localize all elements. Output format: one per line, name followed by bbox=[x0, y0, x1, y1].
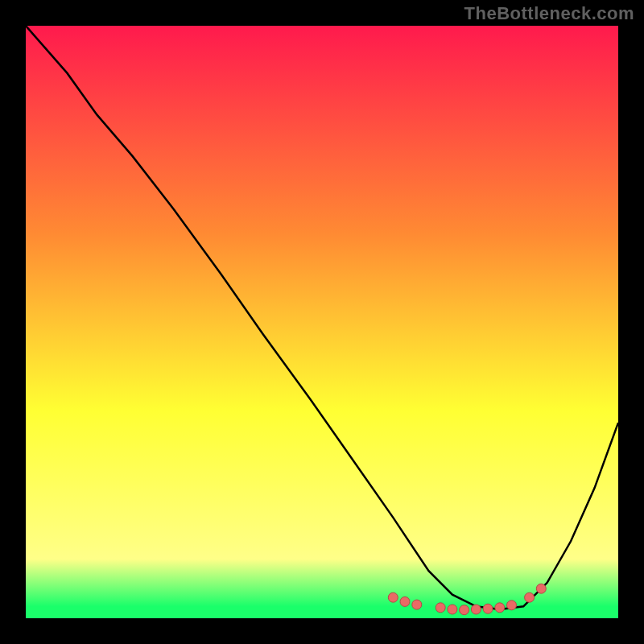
optimal-marker bbox=[448, 605, 457, 614]
optimal-marker bbox=[436, 603, 445, 613]
chart-svg bbox=[26, 26, 618, 618]
optimal-marker bbox=[400, 597, 410, 606]
optimal-marker bbox=[412, 600, 422, 609]
optimal-marker bbox=[495, 603, 505, 613]
chart-frame: TheBottleneck.com bbox=[0, 0, 644, 644]
optimal-marker bbox=[460, 605, 469, 615]
optimal-marker bbox=[507, 601, 517, 610]
optimal-marker bbox=[388, 592, 398, 602]
attribution-text: TheBottleneck.com bbox=[464, 3, 634, 24]
gradient-background bbox=[26, 26, 618, 618]
optimal-marker bbox=[483, 604, 493, 613]
chart-plot-area bbox=[26, 26, 618, 618]
optimal-marker bbox=[536, 584, 546, 593]
optimal-marker bbox=[525, 592, 535, 602]
optimal-marker bbox=[471, 605, 481, 614]
